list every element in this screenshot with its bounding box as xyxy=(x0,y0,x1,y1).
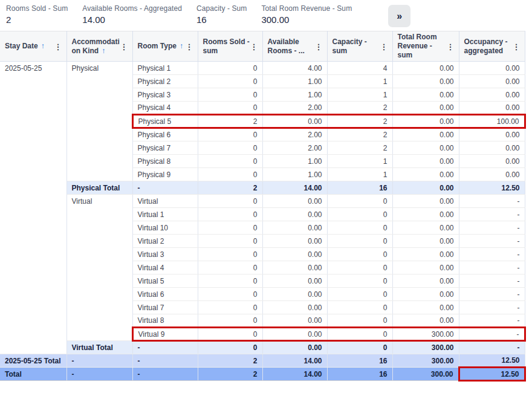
sort-ascending-icon[interactable]: ↑ xyxy=(102,47,105,55)
column-menu-icon[interactable]: ⋮ xyxy=(447,42,455,50)
cell-capacity: 2 xyxy=(327,115,392,128)
column-menu-icon[interactable]: ⋮ xyxy=(315,42,323,50)
cell-room-type: Virtual 10 xyxy=(132,221,198,235)
cell-rooms-sold: 0 xyxy=(198,141,262,155)
cell-room-type: Physical 4 xyxy=(132,102,198,115)
date-total-row: 2025-05-25 Total--214.0016300.0012.50 xyxy=(0,354,525,368)
column-menu-icon[interactable]: ⋮ xyxy=(513,42,521,50)
sort-ascending-icon[interactable]: ↑ xyxy=(180,42,183,50)
cell-rooms-sold: 0 xyxy=(198,102,262,115)
cell-occupancy: 100.00 xyxy=(459,115,525,128)
summary-metric-available-rooms: Available Rooms - Aggregated 14.00 xyxy=(82,4,182,25)
cell-available-rooms: 4.00 xyxy=(262,62,327,75)
column-header-room-type[interactable]: Room Type↑⋮ xyxy=(132,31,198,62)
cell-rooms-sold: 0 xyxy=(198,301,262,314)
cell-available-rooms: 2.00 xyxy=(262,102,327,115)
cell-room-type: Physical 8 xyxy=(132,155,198,168)
column-header-label: Accommodation Kind xyxy=(72,37,120,55)
cell-room-type: Virtual 4 xyxy=(132,261,198,274)
cell-occupancy: - xyxy=(459,288,525,301)
cell-capacity: 1 xyxy=(327,168,392,181)
cell-total-room-revenue: 0.00 xyxy=(392,314,459,328)
cell-capacity: 0 xyxy=(327,288,392,301)
cell-rooms-sold: 2 xyxy=(198,115,262,128)
cell-occupancy: - xyxy=(459,314,525,328)
column-header-label: Rooms Sold - sum xyxy=(203,37,250,55)
cell-occupancy: 12.50 xyxy=(459,354,525,368)
column-menu-icon[interactable]: ⋮ xyxy=(54,42,62,50)
cell-rooms-sold: 0 xyxy=(198,62,262,75)
column-header-accommodation-kind[interactable]: Accommodation Kind↑⋮ xyxy=(66,31,132,62)
cell-total-room-revenue: 300.00 xyxy=(392,328,459,341)
cell-available-rooms: 0.00 xyxy=(262,301,327,314)
column-menu-icon[interactable]: ⋮ xyxy=(186,42,193,50)
cell-occupancy: - xyxy=(459,341,525,354)
cell-room-type: - xyxy=(132,341,198,354)
column-header-stay-date[interactable]: Stay Date↑⋮ xyxy=(0,31,66,62)
cell-available-rooms: 1.00 xyxy=(262,88,327,102)
cell-room-type: - xyxy=(132,181,198,195)
cell-occupancy: 0.00 xyxy=(459,88,525,102)
cell-rooms-sold: 0 xyxy=(198,261,262,274)
cell-capacity: 0 xyxy=(327,274,392,288)
chevron-double-right-icon[interactable]: » xyxy=(388,5,410,27)
cell-total-room-revenue: 0.00 xyxy=(392,88,459,102)
metric-label: Available Rooms - Aggregated xyxy=(82,4,182,13)
column-header-available-rooms[interactable]: Available Rooms - ...⋮ xyxy=(262,31,327,62)
column-header-label: Total Room Revenue - sum xyxy=(398,33,437,59)
cell-room-type: Virtual 3 xyxy=(132,248,198,261)
cell-total-room-revenue: 0.00 xyxy=(392,181,459,195)
cell-available-rooms: 0.00 xyxy=(262,115,327,128)
subtotal-row: Virtual Total-00.000300.00- xyxy=(0,341,525,354)
cell-occupancy: - xyxy=(459,328,525,341)
column-header-occupancy[interactable]: Occupancy - aggregated⋮ xyxy=(459,31,525,62)
cell-room-type: - xyxy=(132,354,198,368)
column-header-label: Occupancy - aggregated xyxy=(464,37,508,55)
cell-room-type: Virtual 2 xyxy=(132,235,198,248)
cell-rooms-sold: 0 xyxy=(198,168,262,181)
cell-capacity: 0 xyxy=(327,208,392,221)
cell-capacity: 0 xyxy=(327,341,392,354)
cell-available-rooms: 14.00 xyxy=(262,368,327,381)
column-menu-icon[interactable]: ⋮ xyxy=(250,42,258,50)
cell-room-type: Physical 7 xyxy=(132,141,198,155)
metric-label: Rooms Sold - Sum xyxy=(6,4,68,13)
cell-available-rooms: 14.00 xyxy=(262,354,327,368)
cell-available-rooms: 0.00 xyxy=(262,221,327,235)
table-row: 2025-05-25PhysicalPhysical 104.0040.000.… xyxy=(0,62,525,75)
column-header-total-room-revenue[interactable]: Total Room Revenue - sum⋮ xyxy=(392,31,459,62)
cell-available-rooms: 14.00 xyxy=(262,181,327,195)
cell-occupancy: - xyxy=(459,208,525,221)
cell-available-rooms: 0.00 xyxy=(262,261,327,274)
cell-accommodation-kind: Physical xyxy=(66,62,132,181)
cell-room-type: Virtual 1 xyxy=(132,208,198,221)
cell-capacity: 2 xyxy=(327,141,392,155)
cell-total-room-revenue: 0.00 xyxy=(392,208,459,221)
column-header-label: Stay Date xyxy=(5,42,38,50)
cell-rooms-sold: 0 xyxy=(198,195,262,208)
column-menu-icon[interactable]: ⋮ xyxy=(380,42,388,50)
cell-available-rooms: 1.00 xyxy=(262,75,327,88)
sort-ascending-icon[interactable]: ↑ xyxy=(41,42,45,50)
cell-available-rooms: 0.00 xyxy=(262,328,327,341)
cell-occupancy: 0.00 xyxy=(459,102,525,115)
cell-occupancy: - xyxy=(459,301,525,314)
metric-value: 16 xyxy=(196,15,247,25)
column-menu-icon[interactable]: ⋮ xyxy=(120,42,128,50)
cell-total-room-revenue: 300.00 xyxy=(392,341,459,354)
cell-room-type: Virtual 5 xyxy=(132,274,198,288)
metric-value: 2 xyxy=(6,15,68,25)
cell-total-room-revenue: 0.00 xyxy=(392,75,459,88)
cell-rooms-sold: 0 xyxy=(198,274,262,288)
cell-total-room-revenue: 0.00 xyxy=(392,155,459,168)
cell-room-type: Physical 9 xyxy=(132,168,198,181)
cell-room-type: Physical 2 xyxy=(132,75,198,88)
column-header-rooms-sold[interactable]: Rooms Sold - sum⋮ xyxy=(198,31,262,62)
cell-rooms-sold: 0 xyxy=(198,341,262,354)
metric-value: 14.00 xyxy=(82,15,182,25)
summary-bar: Rooms Sold - Sum 2 Available Rooms - Agg… xyxy=(0,0,532,28)
cell-available-rooms: 2.00 xyxy=(262,141,327,155)
column-header-capacity[interactable]: Capacity - sum⋮ xyxy=(327,31,392,62)
grand-total-row: Total--214.0016300.0012.50 xyxy=(0,368,525,381)
cell-total-room-revenue: 0.00 xyxy=(392,261,459,274)
